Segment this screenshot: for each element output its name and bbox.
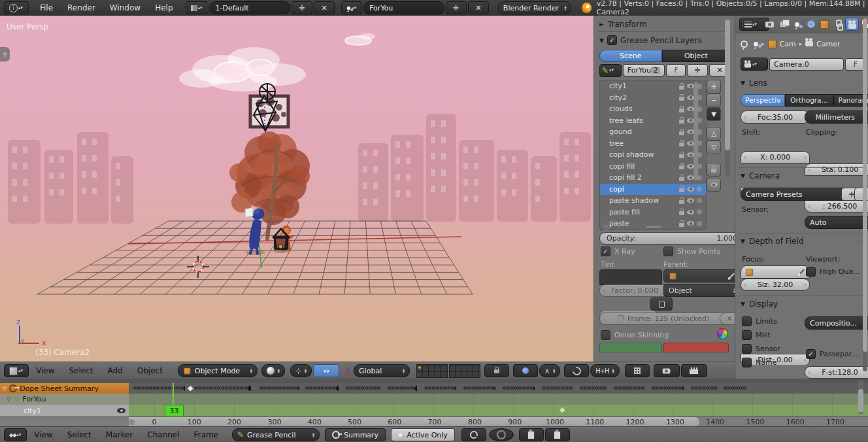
tab-object-data[interactable]	[845, 18, 859, 31]
proportional-edit-toggle[interactable]	[564, 364, 589, 377]
lock-to-scene-button[interactable]	[484, 364, 509, 377]
menu-view[interactable]: View	[29, 362, 61, 379]
eye-icon[interactable]	[687, 187, 694, 192]
layer-item-copi-shadow[interactable]: copi shadow	[600, 149, 706, 161]
lock-icon[interactable]	[679, 97, 684, 101]
eyedropper-icon[interactable]	[729, 273, 735, 279]
thickness-scale-button[interactable]	[650, 298, 673, 311]
show-points-checkbox[interactable]	[663, 246, 673, 256]
copy-keyframes-button[interactable]	[519, 428, 544, 441]
manipulator-toggle[interactable]: ↔	[313, 364, 339, 377]
menu-file[interactable]: File	[33, 0, 60, 16]
dopesheet-mode-select[interactable]: ✎ Grease Pencil	[232, 428, 320, 441]
layers-widget[interactable]	[416, 364, 448, 378]
menu-marker[interactable]: Marker	[99, 427, 140, 442]
opengl-animation-button[interactable]	[681, 364, 707, 377]
layer-item-tree[interactable]: tree	[600, 138, 706, 150]
composition-guides-select[interactable]: Compositio...	[805, 316, 868, 330]
add-screen-button[interactable]: ✛	[292, 1, 312, 14]
city1-keyframes-strip[interactable]: ◆	[129, 405, 868, 416]
menu-object[interactable]: Object	[130, 362, 170, 379]
tint-factor-field[interactable]: Factor: 0.000	[599, 284, 670, 297]
layer-item-copi-fill[interactable]: copi fill	[600, 161, 706, 173]
focus-object-field[interactable]	[741, 265, 810, 279]
lock-icon[interactable]	[679, 143, 684, 146]
gp-layer-list[interactable]: city1city2cloudstree leafsgoundtreecopi …	[599, 80, 707, 230]
gp-add-button[interactable]: ✛	[687, 64, 708, 76]
move-layer-up-button[interactable]: △	[707, 127, 721, 141]
clip-end-field[interactable]: : 266.500	[805, 200, 868, 212]
sensor-fit-select[interactable]: Auto	[805, 216, 868, 229]
keyframe-diamond-1[interactable]: ◆	[559, 405, 565, 414]
lock-icon[interactable]	[679, 211, 684, 215]
eye-icon[interactable]	[117, 408, 125, 413]
keyframe-cluster-14[interactable]: ««««««◆	[723, 383, 746, 394]
layer-item-tree-leafs[interactable]: tree leafs	[600, 115, 706, 127]
lock-icon[interactable]	[679, 177, 684, 181]
timeline-ruler[interactable]: 0100200300400500600700800900100011001200…	[0, 416, 868, 427]
editor-type-dopesheet-button[interactable]: ◆◆ ▴▾	[4, 428, 27, 441]
keyframe-cluster-4[interactable]: «««««««««◆	[345, 383, 380, 394]
snap-element-select[interactable]: ∧	[539, 364, 560, 377]
high-quality-checkbox[interactable]	[806, 267, 816, 277]
lens-type-orthogra[interactable]: Orthogra...	[785, 94, 833, 107]
lens-unit-select[interactable]: Millimeters	[805, 110, 868, 124]
dof-panel-header[interactable]: ▼ Depth of Field ::::	[741, 237, 865, 246]
dope-vscrollbar-track[interactable]	[858, 380, 863, 414]
eye-icon[interactable]	[687, 198, 694, 203]
channel-gp-datablock[interactable]: ▽ ✎ ForYou	[0, 394, 135, 405]
layers-widget-2[interactable]	[449, 364, 480, 378]
add-scene-button[interactable]: ✛	[446, 1, 467, 14]
shift-x-field[interactable]: X: 0.000	[741, 151, 810, 163]
snap-toggle[interactable]	[513, 364, 538, 377]
sensor-size-field[interactable]: Siz: 32.00	[741, 279, 810, 291]
tab-render-layers[interactable]	[776, 18, 790, 31]
color-wheel-icon[interactable]	[717, 328, 728, 339]
lock-icon[interactable]	[679, 131, 684, 135]
render-border-button[interactable]	[625, 364, 650, 377]
pivot-point-select[interactable]: ⊹	[290, 364, 312, 377]
layer-item-paste-fill[interactable]: paste fill	[600, 207, 706, 218]
layer-item-city2[interactable]: city2	[600, 92, 706, 104]
viewport-3d[interactable]: User Persp + z y x (33) Camera2	[0, 16, 593, 362]
lock-icon[interactable]	[679, 120, 684, 124]
editor-type-info-button[interactable]: i ▴▾	[4, 1, 29, 14]
gp-users-count[interactable]: 2	[651, 67, 660, 74]
menu-select[interactable]: Select	[61, 362, 100, 379]
mode-select[interactable]: Object Mode	[178, 364, 258, 377]
onion-skin-checkbox[interactable]	[601, 330, 610, 340]
active-only-toggle[interactable]: Active Only	[391, 428, 455, 441]
lock-icon[interactable]	[679, 200, 684, 204]
layer-item-copi[interactable]: copi	[600, 184, 706, 196]
display-panel-header[interactable]: ▼ Display ::::	[741, 299, 865, 309]
layer-item-paste-shadow[interactable]: paste shadow	[600, 195, 706, 207]
xray-checkbox[interactable]	[601, 246, 610, 256]
menu-channel[interactable]: Channel	[140, 427, 186, 442]
before-color-swatch[interactable]	[599, 343, 662, 352]
passepartout-checkbox[interactable]	[806, 349, 816, 359]
render-engine-select[interactable]: Blender Render	[498, 1, 572, 14]
eyedropper-icon[interactable]	[799, 269, 805, 275]
camera-datablock-name-field[interactable]: Camera.0	[769, 58, 844, 71]
keyframe-cluster-8[interactable]: ««««««««◆	[502, 383, 535, 394]
layer-list-scrollbar[interactable]	[693, 82, 698, 180]
camera-panel-header[interactable]: ▼ Camera ::::	[741, 171, 865, 180]
scene-icon-button[interactable]: ▴▾	[341, 1, 362, 14]
layer-item-clouds[interactable]: clouds	[600, 103, 706, 115]
paste-keyframes-button[interactable]	[545, 428, 570, 441]
current-frame-badge[interactable]: 33	[165, 405, 184, 417]
properties-scrollbar-handle[interactable]	[863, 18, 867, 352]
tab-object[interactable]	[818, 18, 831, 31]
after-color-swatch[interactable]	[663, 343, 729, 352]
proportional-falloff-select[interactable]: H+H	[590, 364, 619, 377]
limits-checkbox[interactable]	[742, 316, 752, 326]
tint-color-swatch[interactable]	[599, 269, 662, 285]
fstop-field[interactable]: F-st:128.0	[805, 366, 868, 379]
lock-icon[interactable]	[679, 109, 684, 112]
screen-layout-icon-button[interactable]: ▴▾	[186, 1, 209, 14]
hide-all-button[interactable]	[707, 178, 721, 192]
keyframe-cluster-5[interactable]: «««««««◆	[387, 383, 417, 394]
eye-icon[interactable]	[687, 210, 694, 214]
keyframe-cluster-1[interactable]: ««««««««««««««◆	[193, 383, 251, 394]
remove-layer-button[interactable]: −	[707, 94, 721, 107]
